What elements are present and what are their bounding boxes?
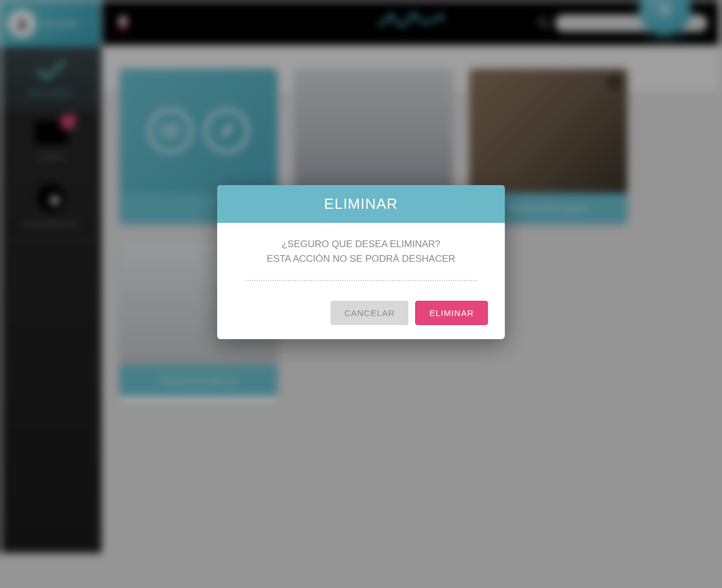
modal-message-line2: ESTA ACCIÓN NO SE PODRÁ DESHACER	[234, 252, 488, 266]
modal-message-line1: ¿SEGURO QUE DESEA ELIMINAR?	[234, 237, 488, 252]
modal-message: ¿SEGURO QUE DESEA ELIMINAR? ESTA ACCIÓN …	[234, 237, 488, 266]
modal-body: ¿SEGURO QUE DESEA ELIMINAR? ESTA ACCIÓN …	[217, 223, 505, 301]
modal-header: ELIMINAR	[217, 185, 505, 223]
divider	[245, 280, 477, 281]
cancel-button[interactable]: CANCELAR	[331, 301, 408, 325]
modal-title: ELIMINAR	[227, 195, 495, 213]
modal-footer: CANCELAR ELIMINAR	[217, 301, 505, 339]
modal-overlay[interactable]: ELIMINAR ¿SEGURO QUE DESEA ELIMINAR? EST…	[0, 0, 722, 588]
confirm-delete-modal: ELIMINAR ¿SEGURO QUE DESEA ELIMINAR? EST…	[217, 185, 505, 339]
confirm-delete-button[interactable]: ELIMINAR	[415, 301, 488, 325]
